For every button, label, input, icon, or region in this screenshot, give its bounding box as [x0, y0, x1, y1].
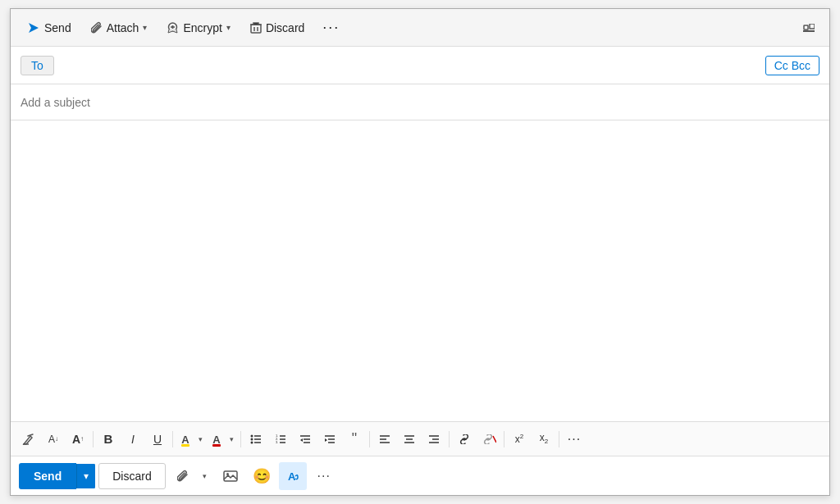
font-color-button[interactable]: A [208, 428, 226, 451]
send-btn-group: Send ▾ [19, 463, 95, 489]
send-dropdown-icon: ▾ [84, 470, 89, 482]
highlight-group: A ▾ [176, 428, 206, 451]
svg-marker-25 [300, 438, 303, 442]
numbering-icon: 1. 2. 3. [275, 434, 286, 445]
bold-button[interactable]: B [97, 428, 120, 451]
attach-icon [91, 21, 103, 34]
highlight-dropdown-button[interactable]: ▾ [194, 428, 206, 451]
insert-image-icon [223, 470, 238, 483]
svg-marker-29 [325, 438, 327, 442]
dictate-button[interactable]: A [279, 462, 307, 490]
separator2 [172, 431, 173, 447]
cc-bcc-label: Cc Bcc [774, 59, 810, 72]
more-format-label: ··· [568, 432, 581, 447]
insert-link-button[interactable] [453, 428, 476, 451]
separator4 [369, 431, 370, 447]
outdent-button[interactable] [294, 428, 317, 451]
svg-rect-3 [251, 25, 261, 33]
highlight-button[interactable]: A [176, 428, 194, 451]
bottom-more-label: ··· [317, 469, 331, 484]
align-left-button[interactable] [373, 428, 396, 451]
attach-chevron-icon: ▾ [143, 23, 147, 32]
align-right-icon [428, 434, 440, 445]
more-options-button[interactable]: ··· [316, 14, 346, 41]
font-grow-label: A [72, 433, 80, 446]
font-shrink-label: A [48, 434, 55, 445]
superscript-icon: x2 [515, 433, 523, 445]
minimize-icon [803, 24, 815, 32]
encrypt-chevron-icon: ▾ [226, 23, 231, 32]
svg-rect-8 [804, 25, 808, 30]
separator5 [449, 431, 450, 447]
attach-bottom-button[interactable] [169, 462, 197, 490]
svg-text:3.: 3. [276, 440, 278, 444]
remove-link-button[interactable] [477, 428, 500, 451]
bullets-button[interactable] [244, 428, 267, 451]
separator7 [559, 431, 559, 447]
insert-image-button[interactable] [217, 462, 244, 490]
to-label: To [31, 59, 43, 72]
discard-bottom-button[interactable]: Discard [98, 463, 165, 489]
compose-window: Send Attach ▾ Encrypt ▾ [10, 8, 830, 496]
align-right-button[interactable] [422, 428, 445, 451]
font-color-dropdown-button[interactable]: ▾ [226, 428, 237, 451]
font-grow-sup-icon: ↑ [80, 435, 84, 443]
superscript-button[interactable]: x2 [508, 428, 531, 451]
send-dropdown-button[interactable]: ▾ [76, 464, 95, 488]
cc-bcc-button[interactable]: Cc Bcc [765, 56, 819, 75]
separator3 [240, 431, 241, 447]
svg-marker-0 [29, 23, 39, 33]
body-area[interactable] [11, 120, 829, 421]
separator1 [93, 431, 94, 447]
underline-label: U [153, 433, 162, 446]
align-left-icon [379, 434, 390, 445]
italic-label: I [131, 433, 135, 446]
svg-rect-40 [224, 471, 237, 481]
subscript-icon: x2 [540, 432, 548, 445]
format-toolbar: A ↓ A ↑ B I U A [11, 421, 829, 456]
attach-label: Attach [107, 21, 139, 34]
emoji-button[interactable]: 😊 [248, 462, 276, 490]
to-button[interactable]: To [21, 56, 54, 75]
minimize-button[interactable] [797, 17, 821, 39]
send-main-button[interactable]: Send [19, 463, 76, 489]
svg-text:A: A [288, 470, 296, 483]
quote-button[interactable]: " [343, 428, 366, 451]
font-shrink-button[interactable]: A ↓ [42, 428, 65, 451]
encrypt-label: Encrypt [183, 21, 221, 34]
quote-icon: " [352, 430, 357, 447]
attach-button[interactable]: Attach ▾ [83, 16, 156, 39]
svg-point-12 [251, 441, 253, 443]
font-color-group: A ▾ [208, 428, 237, 451]
bold-label: B [104, 432, 113, 446]
subscript-button[interactable]: x2 [532, 428, 555, 451]
attach-dropdown-button[interactable]: ▾ [197, 462, 213, 490]
highlight-color-bar [181, 444, 189, 447]
send-button[interactable]: Send [19, 16, 80, 39]
encrypt-button[interactable]: Encrypt ▾ [158, 16, 238, 39]
numbering-button[interactable]: 1. 2. 3. [269, 428, 292, 451]
remove-link-icon [482, 434, 496, 444]
italic-button[interactable]: I [121, 428, 144, 451]
align-center-button[interactable] [398, 428, 421, 451]
font-shrink-sub-icon: ↓ [55, 435, 58, 443]
font-grow-button[interactable]: A ↑ [66, 428, 89, 451]
underline-button[interactable]: U [146, 428, 169, 451]
discard-label: Discard [266, 21, 304, 34]
insert-link-icon [458, 434, 471, 444]
discard-button[interactable]: Discard [242, 16, 313, 39]
indent-button[interactable] [318, 428, 341, 451]
send-icon [27, 21, 40, 34]
svg-point-11 [251, 438, 253, 440]
clear-formatting-button[interactable] [17, 428, 40, 451]
clear-formatting-icon [22, 433, 35, 446]
svg-point-10 [251, 434, 253, 437]
outdent-icon [299, 434, 311, 445]
font-color-icon: A [212, 433, 220, 446]
more-format-button[interactable]: ··· [563, 428, 586, 451]
svg-rect-7 [810, 24, 815, 29]
subject-input[interactable] [21, 96, 819, 109]
bottom-more-button[interactable]: ··· [310, 462, 338, 490]
encrypt-icon [167, 21, 179, 34]
to-input[interactable] [61, 59, 765, 72]
